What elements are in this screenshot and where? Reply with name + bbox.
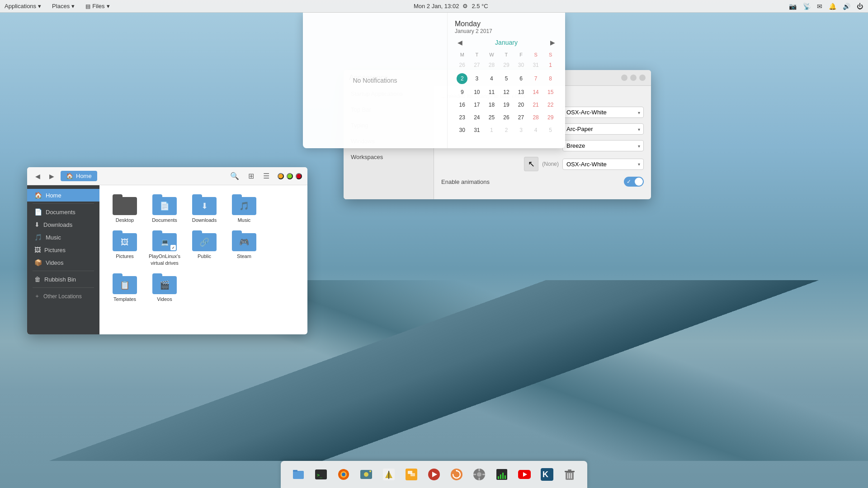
fm-folder-public[interactable]: 🔗 Public bbox=[186, 229, 222, 268]
calendar-day-cell[interactable]: 19 bbox=[499, 99, 514, 111]
fm-folder-playonlinux[interactable]: 💻 ✓ PlayOnLinux's virtual drives bbox=[146, 229, 183, 268]
fm-back-btn[interactable]: ◀ bbox=[33, 172, 43, 181]
calendar-day-cell[interactable]: 3 bbox=[470, 71, 485, 86]
fm-folder-steam[interactable]: 🎮 Steam bbox=[226, 229, 262, 268]
calendar-day-cell[interactable]: 22 bbox=[543, 99, 558, 111]
calendar-day-cell[interactable]: 17 bbox=[470, 99, 485, 111]
calendar-day-cell[interactable]: 7 bbox=[528, 71, 543, 86]
calendar-day-cell[interactable]: 20 bbox=[514, 99, 528, 111]
sidebar-item-music[interactable]: 🎵 Music bbox=[27, 231, 99, 244]
calendar-day-cell[interactable]: 29 bbox=[499, 59, 514, 71]
volume-icon[interactable]: 🔊 bbox=[841, 2, 852, 11]
fm-folder-desktop[interactable]: Desktop bbox=[107, 192, 143, 225]
calendar-day-cell[interactable]: 2 bbox=[499, 124, 514, 136]
sidebar-item-home[interactable]: 🏠 Home bbox=[27, 189, 99, 202]
dock-system-update[interactable] bbox=[446, 464, 467, 485]
calendar-day-cell[interactable]: 30 bbox=[455, 124, 470, 136]
calendar-day-cell[interactable]: 31 bbox=[528, 59, 543, 71]
datetime-display[interactable]: Mon 2 Jan, 13:02 bbox=[414, 3, 459, 9]
calendar-day-cell[interactable]: 28 bbox=[484, 59, 499, 71]
fm-folder-documents[interactable]: 📄 Documents bbox=[146, 192, 183, 225]
dock-terminal[interactable]: >_ bbox=[311, 464, 331, 485]
rss-icon[interactable]: 📡 bbox=[802, 2, 812, 11]
fm-folder-pictures[interactable]: 🖼 Pictures bbox=[107, 229, 143, 268]
animations-toggle[interactable]: ✓ bbox=[624, 177, 644, 187]
calendar-day-cell[interactable]: 29 bbox=[543, 111, 558, 124]
calendar-day-cell[interactable]: 6 bbox=[514, 71, 528, 86]
topbar-applications[interactable]: Applications ▾ bbox=[0, 2, 46, 10]
fm-folder-downloads[interactable]: ⬇ Downloads bbox=[186, 192, 222, 225]
fm-maximize-btn[interactable] bbox=[287, 173, 293, 179]
calendar-day-cell[interactable]: 26 bbox=[499, 111, 514, 124]
fm-location-btn[interactable]: 🏠 Home bbox=[61, 171, 97, 181]
ap-sidebar-workspaces[interactable]: Workspaces bbox=[344, 149, 434, 165]
calendar-day-cell[interactable]: 13 bbox=[514, 86, 528, 99]
ap-maximize-btn[interactable] bbox=[630, 75, 637, 81]
dock-columns[interactable] bbox=[491, 464, 512, 485]
mail-icon[interactable]: ✉ bbox=[816, 2, 824, 11]
notification-icon[interactable]: 🔔 bbox=[827, 2, 838, 11]
calendar-day-cell[interactable]: 21 bbox=[528, 99, 543, 111]
calendar-prev-btn[interactable]: ◀ bbox=[455, 38, 465, 47]
calendar-day-cell[interactable]: 9 bbox=[455, 86, 470, 99]
calendar-day-cell[interactable]: 31 bbox=[470, 124, 485, 136]
gtk-theme-select[interactable]: OSX-Arc-White bbox=[562, 107, 644, 118]
dock-virtualbox[interactable] bbox=[401, 464, 422, 485]
fm-folder-videos[interactable]: 🎬 Videos bbox=[146, 272, 183, 304]
calendar-day-cell[interactable]: 5 bbox=[499, 71, 514, 86]
power-icon[interactable]: ⏻ bbox=[855, 2, 864, 11]
topbar-places[interactable]: Places ▾ bbox=[47, 2, 79, 10]
calendar-day-cell[interactable]: 8 bbox=[543, 71, 558, 86]
calendar-day-cell[interactable]: 28 bbox=[528, 111, 543, 124]
calendar-day-cell[interactable]: 25 bbox=[484, 111, 499, 124]
calendar-day-cell[interactable]: 3 bbox=[514, 124, 528, 136]
calendar-day-cell[interactable]: 16 bbox=[455, 99, 470, 111]
fm-folder-music[interactable]: 🎵 Music bbox=[226, 192, 262, 225]
sidebar-item-rubbish[interactable]: 🗑 Rubbish Bin bbox=[27, 273, 99, 286]
shell-theme-select[interactable]: OSX-Arc-White bbox=[562, 159, 644, 170]
calendar-day-cell[interactable]: 2 bbox=[455, 71, 470, 86]
ap-close-btn[interactable] bbox=[639, 75, 646, 81]
sidebar-item-videos[interactable]: 📦 Videos bbox=[27, 256, 99, 269]
fm-minimize-btn[interactable] bbox=[278, 173, 284, 179]
calendar-day-cell[interactable]: 10 bbox=[470, 86, 485, 99]
calendar-day-cell[interactable]: 27 bbox=[470, 59, 485, 71]
fm-search-btn[interactable]: 🔍 bbox=[227, 171, 242, 181]
dock-photos[interactable] bbox=[356, 464, 377, 485]
calendar-next-btn[interactable]: ▶ bbox=[547, 38, 558, 47]
fm-folder-templates[interactable]: 📋 Templates bbox=[107, 272, 143, 304]
calendar-day-cell[interactable]: 15 bbox=[543, 86, 558, 99]
dock-inkscape[interactable] bbox=[378, 464, 399, 485]
topbar-files[interactable]: ▤ Files ▾ bbox=[81, 2, 114, 10]
fm-close-btn[interactable] bbox=[296, 173, 302, 179]
cursor-theme-select[interactable]: Breeze bbox=[562, 140, 644, 151]
calendar-day-cell[interactable]: 1 bbox=[484, 124, 499, 136]
dock-kodi[interactable]: K bbox=[537, 464, 557, 485]
today-cell[interactable]: 2 bbox=[457, 73, 467, 84]
calendar-day-cell[interactable]: 12 bbox=[499, 86, 514, 99]
calendar-day-cell[interactable]: 11 bbox=[484, 86, 499, 99]
dock-files[interactable] bbox=[288, 464, 309, 485]
calendar-day-cell[interactable]: 1 bbox=[543, 59, 558, 71]
calendar-day-cell[interactable]: 24 bbox=[470, 111, 485, 124]
ap-minimize-btn[interactable] bbox=[621, 75, 627, 81]
fm-grid-view-btn[interactable]: ⊞ bbox=[245, 171, 257, 181]
fm-forward-btn[interactable]: ▶ bbox=[47, 172, 57, 181]
dock-firefox[interactable] bbox=[333, 464, 354, 485]
calendar-day-cell[interactable]: 4 bbox=[528, 124, 543, 136]
dock-youtube[interactable] bbox=[514, 464, 535, 485]
calendar-day-cell[interactable]: 30 bbox=[514, 59, 528, 71]
calendar-day-cell[interactable]: 26 bbox=[455, 59, 470, 71]
sidebar-item-documents[interactable]: 📄 Documents bbox=[27, 206, 99, 218]
dock-trash[interactable] bbox=[559, 464, 580, 485]
camera-icon[interactable]: 📷 bbox=[788, 2, 798, 11]
calendar-day-cell[interactable]: 23 bbox=[455, 111, 470, 124]
sidebar-item-pictures[interactable]: 🖼 Pictures bbox=[27, 244, 99, 256]
dock-settings[interactable] bbox=[469, 464, 490, 485]
fm-list-view-btn[interactable]: ☰ bbox=[260, 171, 272, 181]
calendar-day-cell[interactable]: 27 bbox=[514, 111, 528, 124]
calendar-day-cell[interactable]: 18 bbox=[484, 99, 499, 111]
calendar-day-cell[interactable]: 14 bbox=[528, 86, 543, 99]
sidebar-other-locations[interactable]: ＋ Other Locations bbox=[27, 290, 99, 303]
sidebar-item-downloads[interactable]: ⬇ Downloads bbox=[27, 218, 99, 231]
